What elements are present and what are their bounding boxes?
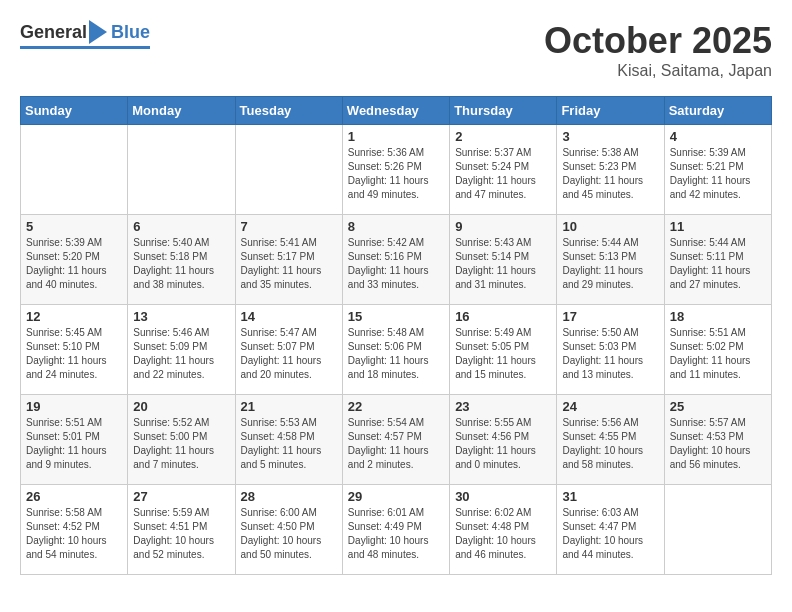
day-number: 17 <box>562 309 658 324</box>
calendar-cell: 15Sunrise: 5:48 AM Sunset: 5:06 PM Dayli… <box>342 305 449 395</box>
logo-arrow-icon <box>89 20 107 44</box>
calendar-cell: 21Sunrise: 5:53 AM Sunset: 4:58 PM Dayli… <box>235 395 342 485</box>
day-number: 31 <box>562 489 658 504</box>
cell-info: Sunrise: 5:45 AM Sunset: 5:10 PM Dayligh… <box>26 326 122 382</box>
day-number: 16 <box>455 309 551 324</box>
day-number: 25 <box>670 399 766 414</box>
calendar-header-row: SundayMondayTuesdayWednesdayThursdayFrid… <box>21 97 772 125</box>
cell-info: Sunrise: 5:57 AM Sunset: 4:53 PM Dayligh… <box>670 416 766 472</box>
location-text: Kisai, Saitama, Japan <box>544 62 772 80</box>
cell-info: Sunrise: 5:44 AM Sunset: 5:13 PM Dayligh… <box>562 236 658 292</box>
day-number: 5 <box>26 219 122 234</box>
day-number: 19 <box>26 399 122 414</box>
cell-info: Sunrise: 5:36 AM Sunset: 5:26 PM Dayligh… <box>348 146 444 202</box>
calendar-cell: 13Sunrise: 5:46 AM Sunset: 5:09 PM Dayli… <box>128 305 235 395</box>
day-number: 26 <box>26 489 122 504</box>
calendar-cell: 4Sunrise: 5:39 AM Sunset: 5:21 PM Daylig… <box>664 125 771 215</box>
cell-info: Sunrise: 5:38 AM Sunset: 5:23 PM Dayligh… <box>562 146 658 202</box>
weekday-header: Wednesday <box>342 97 449 125</box>
day-number: 24 <box>562 399 658 414</box>
cell-info: Sunrise: 5:39 AM Sunset: 5:20 PM Dayligh… <box>26 236 122 292</box>
cell-info: Sunrise: 5:52 AM Sunset: 5:00 PM Dayligh… <box>133 416 229 472</box>
calendar-cell: 27Sunrise: 5:59 AM Sunset: 4:51 PM Dayli… <box>128 485 235 575</box>
cell-info: Sunrise: 5:54 AM Sunset: 4:57 PM Dayligh… <box>348 416 444 472</box>
day-number: 10 <box>562 219 658 234</box>
calendar-table: SundayMondayTuesdayWednesdayThursdayFrid… <box>20 96 772 575</box>
calendar-cell: 16Sunrise: 5:49 AM Sunset: 5:05 PM Dayli… <box>450 305 557 395</box>
calendar-cell: 5Sunrise: 5:39 AM Sunset: 5:20 PM Daylig… <box>21 215 128 305</box>
day-number: 28 <box>241 489 337 504</box>
calendar-cell: 8Sunrise: 5:42 AM Sunset: 5:16 PM Daylig… <box>342 215 449 305</box>
day-number: 18 <box>670 309 766 324</box>
calendar-week-row: 19Sunrise: 5:51 AM Sunset: 5:01 PM Dayli… <box>21 395 772 485</box>
month-title: October 2025 <box>544 20 772 62</box>
day-number: 13 <box>133 309 229 324</box>
calendar-cell: 12Sunrise: 5:45 AM Sunset: 5:10 PM Dayli… <box>21 305 128 395</box>
calendar-cell <box>664 485 771 575</box>
calendar-cell: 14Sunrise: 5:47 AM Sunset: 5:07 PM Dayli… <box>235 305 342 395</box>
calendar-cell: 23Sunrise: 5:55 AM Sunset: 4:56 PM Dayli… <box>450 395 557 485</box>
day-number: 21 <box>241 399 337 414</box>
cell-info: Sunrise: 5:55 AM Sunset: 4:56 PM Dayligh… <box>455 416 551 472</box>
cell-info: Sunrise: 5:47 AM Sunset: 5:07 PM Dayligh… <box>241 326 337 382</box>
calendar-cell: 17Sunrise: 5:50 AM Sunset: 5:03 PM Dayli… <box>557 305 664 395</box>
calendar-cell: 31Sunrise: 6:03 AM Sunset: 4:47 PM Dayli… <box>557 485 664 575</box>
cell-info: Sunrise: 5:46 AM Sunset: 5:09 PM Dayligh… <box>133 326 229 382</box>
calendar-week-row: 26Sunrise: 5:58 AM Sunset: 4:52 PM Dayli… <box>21 485 772 575</box>
title-section: October 2025 Kisai, Saitama, Japan <box>544 20 772 80</box>
cell-info: Sunrise: 5:51 AM Sunset: 5:02 PM Dayligh… <box>670 326 766 382</box>
cell-info: Sunrise: 5:56 AM Sunset: 4:55 PM Dayligh… <box>562 416 658 472</box>
day-number: 9 <box>455 219 551 234</box>
calendar-cell: 9Sunrise: 5:43 AM Sunset: 5:14 PM Daylig… <box>450 215 557 305</box>
calendar-cell: 18Sunrise: 5:51 AM Sunset: 5:02 PM Dayli… <box>664 305 771 395</box>
calendar-cell: 25Sunrise: 5:57 AM Sunset: 4:53 PM Dayli… <box>664 395 771 485</box>
calendar-week-row: 12Sunrise: 5:45 AM Sunset: 5:10 PM Dayli… <box>21 305 772 395</box>
day-number: 29 <box>348 489 444 504</box>
cell-info: Sunrise: 5:42 AM Sunset: 5:16 PM Dayligh… <box>348 236 444 292</box>
cell-info: Sunrise: 5:50 AM Sunset: 5:03 PM Dayligh… <box>562 326 658 382</box>
calendar-cell: 24Sunrise: 5:56 AM Sunset: 4:55 PM Dayli… <box>557 395 664 485</box>
day-number: 2 <box>455 129 551 144</box>
calendar-week-row: 5Sunrise: 5:39 AM Sunset: 5:20 PM Daylig… <box>21 215 772 305</box>
day-number: 23 <box>455 399 551 414</box>
calendar-cell: 29Sunrise: 6:01 AM Sunset: 4:49 PM Dayli… <box>342 485 449 575</box>
day-number: 30 <box>455 489 551 504</box>
cell-info: Sunrise: 6:01 AM Sunset: 4:49 PM Dayligh… <box>348 506 444 562</box>
calendar-cell: 22Sunrise: 5:54 AM Sunset: 4:57 PM Dayli… <box>342 395 449 485</box>
calendar-cell: 30Sunrise: 6:02 AM Sunset: 4:48 PM Dayli… <box>450 485 557 575</box>
cell-info: Sunrise: 6:02 AM Sunset: 4:48 PM Dayligh… <box>455 506 551 562</box>
cell-info: Sunrise: 6:03 AM Sunset: 4:47 PM Dayligh… <box>562 506 658 562</box>
calendar-cell: 6Sunrise: 5:40 AM Sunset: 5:18 PM Daylig… <box>128 215 235 305</box>
day-number: 3 <box>562 129 658 144</box>
calendar-body: 1Sunrise: 5:36 AM Sunset: 5:26 PM Daylig… <box>21 125 772 575</box>
cell-info: Sunrise: 5:58 AM Sunset: 4:52 PM Dayligh… <box>26 506 122 562</box>
day-number: 8 <box>348 219 444 234</box>
day-number: 14 <box>241 309 337 324</box>
cell-info: Sunrise: 5:37 AM Sunset: 5:24 PM Dayligh… <box>455 146 551 202</box>
calendar-cell: 28Sunrise: 6:00 AM Sunset: 4:50 PM Dayli… <box>235 485 342 575</box>
logo: General Blue <box>20 20 150 49</box>
day-number: 20 <box>133 399 229 414</box>
page-header: General Blue October 2025 Kisai, Saitama… <box>20 20 772 80</box>
calendar-cell: 11Sunrise: 5:44 AM Sunset: 5:11 PM Dayli… <box>664 215 771 305</box>
calendar-cell: 10Sunrise: 5:44 AM Sunset: 5:13 PM Dayli… <box>557 215 664 305</box>
day-number: 22 <box>348 399 444 414</box>
weekday-header: Saturday <box>664 97 771 125</box>
cell-info: Sunrise: 5:53 AM Sunset: 4:58 PM Dayligh… <box>241 416 337 472</box>
calendar-cell <box>235 125 342 215</box>
cell-info: Sunrise: 5:43 AM Sunset: 5:14 PM Dayligh… <box>455 236 551 292</box>
logo-general-text: General <box>20 22 87 43</box>
logo-blue-text: Blue <box>111 22 150 43</box>
calendar-cell <box>128 125 235 215</box>
calendar-week-row: 1Sunrise: 5:36 AM Sunset: 5:26 PM Daylig… <box>21 125 772 215</box>
weekday-header: Tuesday <box>235 97 342 125</box>
calendar-cell: 2Sunrise: 5:37 AM Sunset: 5:24 PM Daylig… <box>450 125 557 215</box>
cell-info: Sunrise: 5:40 AM Sunset: 5:18 PM Dayligh… <box>133 236 229 292</box>
cell-info: Sunrise: 5:39 AM Sunset: 5:21 PM Dayligh… <box>670 146 766 202</box>
calendar-cell <box>21 125 128 215</box>
cell-info: Sunrise: 5:44 AM Sunset: 5:11 PM Dayligh… <box>670 236 766 292</box>
day-number: 1 <box>348 129 444 144</box>
cell-info: Sunrise: 5:48 AM Sunset: 5:06 PM Dayligh… <box>348 326 444 382</box>
calendar-cell: 26Sunrise: 5:58 AM Sunset: 4:52 PM Dayli… <box>21 485 128 575</box>
day-number: 4 <box>670 129 766 144</box>
